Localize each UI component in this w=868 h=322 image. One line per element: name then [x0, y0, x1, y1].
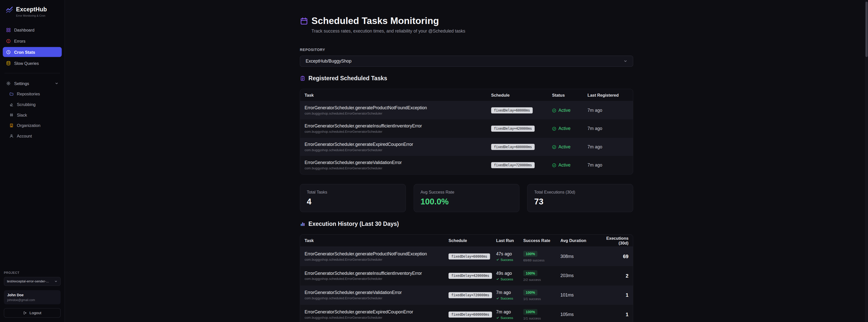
table-row[interactable]: ErrorGeneratorScheduler.generateProductN… [300, 247, 633, 266]
task-class: com.buggyshop.scheduled.ErrorGeneratorSc… [305, 258, 444, 261]
task-name: ErrorGeneratorScheduler.generateProductN… [305, 252, 444, 257]
task-name: ErrorGeneratorScheduler.generateValidati… [305, 290, 444, 295]
table-row[interactable]: ErrorGeneratorScheduler.generateInsuffic… [300, 266, 633, 286]
folder-icon [9, 92, 13, 96]
table-header-row: Task Schedule Last Run Success Rate Avg … [300, 235, 633, 247]
submenu-item-label: Slack [17, 112, 27, 117]
success-rate-detail: 69/69 success [523, 258, 556, 262]
col-header-task: Task [300, 238, 444, 243]
gear-icon [6, 81, 11, 86]
sidebar-item-errors[interactable]: Errors [3, 36, 62, 46]
executions-count: 69 [596, 254, 633, 259]
task-name: ErrorGeneratorScheduler.generateExpiredC… [305, 310, 444, 315]
sidebar-item-settings[interactable]: Settings [3, 78, 62, 88]
stat-label: Total Executions (30d) [534, 190, 626, 195]
sidebar-item-scrubbing[interactable]: Scrubbing [3, 99, 62, 109]
execution-history-table: Task Schedule Last Run Success Rate Avg … [300, 234, 633, 322]
history-section-title: Execution History (Last 30 Days) [308, 221, 399, 227]
page-subtitle: Track success rates, execution times, an… [311, 29, 633, 34]
bar-chart-icon [300, 221, 305, 227]
sidebar-item-slow-queries[interactable]: Slow Queries [3, 58, 62, 68]
registered-section-title: Registered Scheduled Tasks [308, 75, 387, 82]
schedule-chip: fixedDelay=60000ms [491, 107, 533, 113]
dashboard-icon [6, 28, 11, 32]
check-icon [496, 297, 499, 300]
col-header-schedule: Schedule [444, 238, 492, 243]
check-circle-icon [552, 108, 556, 112]
last-run-time: 49s ago [496, 271, 519, 276]
user-card: John Doe johndoe@gmail.com [4, 290, 61, 304]
scrollbar-thumb[interactable] [866, 2, 868, 57]
table-row[interactable]: ErrorGeneratorScheduler.generateInsuffic… [300, 120, 633, 138]
clipboard-icon [300, 75, 305, 81]
success-rate-badge: 100% [523, 309, 537, 315]
status-badge: Active [558, 126, 570, 131]
chevron-down-icon [623, 59, 627, 63]
schedule-chip: fixedDelay=720000ms [448, 292, 492, 298]
sidebar-item-organization[interactable]: Organization [3, 120, 62, 130]
col-header-last-run: Last Run [492, 238, 519, 243]
sidebar-item-dashboard[interactable]: Dashboard [3, 25, 62, 35]
app-window: ExceptHub Error Monitoring & Cron Dashbo… [0, 0, 868, 322]
sidebar-item-label: Slow Queries [14, 61, 39, 66]
building-icon [9, 123, 13, 127]
schedule-chip: fixedDelay=600000ms [491, 144, 535, 150]
alert-circle-icon [6, 39, 11, 43]
table-header-row: Task Schedule Status Last Registered [300, 89, 633, 101]
repository-select[interactable]: ExceptHub/BuggyShop [300, 56, 633, 67]
task-name: ErrorGeneratorScheduler.generateExpiredC… [305, 142, 487, 147]
task-class: com.buggyshop.scheduled.ErrorGeneratorSc… [305, 277, 444, 281]
col-header-avg-duration: Avg Duration [556, 238, 596, 243]
executions-count: 2 [596, 273, 633, 279]
last-run-status: Success [500, 277, 513, 281]
clock-icon [6, 50, 11, 55]
chevron-down-icon [55, 82, 58, 85]
status-badge: Active [558, 163, 570, 168]
success-rate-detail: 2/2 success [523, 278, 556, 281]
scrollbar-track[interactable] [865, 0, 868, 322]
table-row[interactable]: ErrorGeneratorScheduler.generateExpiredC… [300, 138, 633, 156]
project-select[interactable]: test/exceptal-error-sender-... [4, 277, 61, 286]
table-row[interactable]: ErrorGeneratorScheduler.generateExpiredC… [300, 305, 633, 322]
status-badge: Active [558, 144, 570, 150]
sidebar: ExceptHub Error Monitoring & Cron Dashbo… [0, 0, 65, 322]
success-rate-badge: 100% [523, 289, 537, 295]
logout-button[interactable]: Logout [4, 308, 61, 318]
sidebar-item-cron-stats[interactable]: Cron Stats [3, 47, 62, 57]
executions-count: 1 [596, 292, 633, 298]
table-row[interactable]: ErrorGeneratorScheduler.generateValidati… [300, 285, 633, 305]
col-header-executions: Executions (30d) [596, 236, 633, 245]
check-circle-icon [552, 127, 556, 131]
table-row[interactable]: ErrorGeneratorScheduler.generateValidati… [300, 156, 633, 174]
history-section-header: Execution History (Last 30 Days) [300, 221, 633, 227]
col-header-last-registered: Last Registered [583, 93, 633, 97]
stat-label: Avg Success Rate [421, 190, 513, 195]
sidebar-item-slack[interactable]: Slack [3, 110, 62, 120]
slack-icon [9, 113, 13, 117]
submenu-item-label: Repositories [17, 91, 40, 96]
task-class: com.buggyshop.scheduled.ErrorGeneratorSc… [305, 148, 487, 152]
check-icon [496, 258, 499, 261]
task-name: ErrorGeneratorScheduler.generateInsuffic… [305, 271, 444, 276]
table-row[interactable]: ErrorGeneratorScheduler.generateProductN… [300, 101, 633, 119]
success-rate-detail: 1/1 success [523, 317, 556, 320]
task-class: com.buggyshop.scheduled.ErrorGeneratorSc… [305, 316, 444, 320]
avg-duration: 308ms [556, 254, 596, 259]
last-registered: 7m ago [583, 108, 633, 113]
submenu-item-label: Account [17, 133, 32, 138]
stat-value: 100.0% [421, 197, 513, 206]
last-registered: 7m ago [583, 163, 633, 168]
database-icon [6, 61, 11, 66]
schedule-chip: fixedDelay=600000ms [448, 312, 492, 318]
repository-selected-value: ExceptHub/BuggyShop [306, 59, 351, 64]
sidebar-item-repositories[interactable]: Repositories [3, 89, 62, 99]
project-selected-value: test/exceptal-error-sender-... [7, 279, 49, 283]
stats-row: Total Tasks 4 Avg Success Rate 100.0% To… [300, 184, 633, 212]
task-name: ErrorGeneratorScheduler.generateValidati… [305, 160, 487, 165]
eraser-icon [9, 102, 13, 106]
avg-duration: 105ms [556, 312, 596, 317]
user-icon [9, 134, 13, 138]
sidebar-item-account[interactable]: Account [3, 131, 62, 141]
repository-label: REPOSITORY [300, 48, 633, 52]
success-rate-badge: 100% [523, 251, 537, 257]
